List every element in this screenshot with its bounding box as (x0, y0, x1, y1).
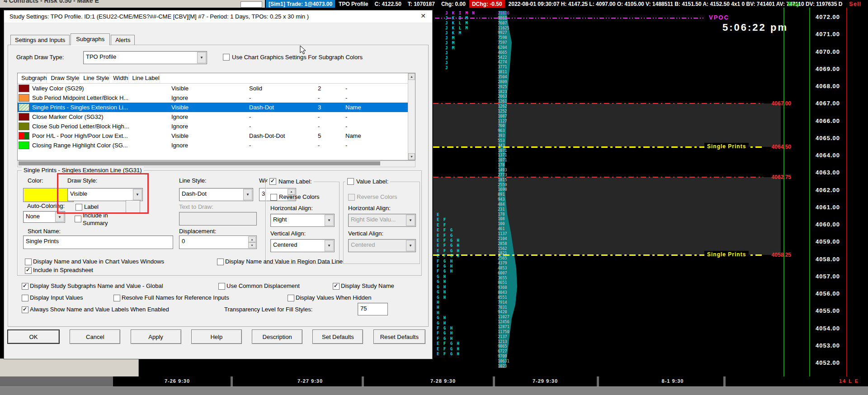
display-study-subgraphs-checkbox[interactable] (22, 283, 28, 290)
table-row[interactable]: Poor H/L - Poor High/Poor Low Ext... Vis… (18, 131, 415, 141)
scale-divider-line (846, 8, 847, 376)
chevron-down-icon[interactable]: ▼ (197, 52, 206, 63)
table-row[interactable]: Closing Range Highlight Color (SG... Ign… (18, 141, 415, 150)
volume-number: 178 (498, 163, 522, 168)
buy-button[interactable]: Buy (788, 0, 800, 7)
dialog-button[interactable]: Cancel (70, 329, 120, 344)
display-study-name-checkbox[interactable] (333, 283, 340, 290)
price-tick-label: 4056.00 (810, 290, 845, 297)
always-show-labels-checkbox[interactable] (22, 306, 28, 313)
volume-number: 484 (498, 202, 522, 207)
dialog-button[interactable]: Help (191, 329, 242, 344)
volume-number: 461 (498, 226, 522, 231)
display-region-data-checkbox[interactable] (217, 259, 224, 265)
vertical-scrollbar[interactable]: ▲ ▼ (408, 73, 415, 160)
quote-segment: C: 4122.50 (372, 0, 404, 8)
nl-reverse-colors-label: Reverse Colors (279, 193, 320, 200)
graph-draw-type-select[interactable]: TPO Profile ▼ (83, 51, 207, 64)
resolve-full-names-checkbox[interactable] (113, 295, 120, 301)
dialog-tab[interactable]: Settings and Inputs (10, 35, 70, 45)
time-axis-bar[interactable]: 7-26 9:307-27 9:307-28 9:307-29 9:308-1 … (0, 376, 868, 386)
volume-number: 1252 (498, 109, 522, 114)
short-name-input[interactable]: Single Prints (23, 235, 173, 249)
price-tick-label: 4058.00 (810, 256, 845, 263)
display-values-hidden-checkbox[interactable] (288, 295, 294, 301)
table-row[interactable]: Single Prints - Singles Extension Li... … (18, 103, 415, 112)
volume-number: 8551 (498, 295, 522, 300)
table-row[interactable]: Close Sub Period Letter/Block High... Ig… (18, 122, 415, 131)
volume-number: 760 (498, 123, 522, 128)
table-row[interactable]: Close Marker Color (SG32) Ignore - - - (18, 112, 415, 122)
dialog-titlebar[interactable]: Study Settings: TPO Profile. ID:1 (ESU22… (4, 10, 432, 23)
dialog-button[interactable]: OK (7, 329, 60, 344)
nl-reverse-colors-checkbox[interactable] (270, 194, 277, 201)
dialog-button[interactable]: Reset Defaults (373, 329, 425, 344)
always-show-labels-label: Always Show Name and Value Labels When E… (30, 306, 169, 313)
tpo-letter-row: E F G H (437, 243, 460, 248)
cell-line-style: - (245, 141, 314, 150)
subgraph-color-swatch (19, 113, 29, 121)
subgraph-color-swatch (19, 141, 29, 149)
scroll-up-icon[interactable]: ▲ (408, 73, 415, 80)
price-tick-label: 4061.00 (810, 204, 845, 211)
name-label-checkbox[interactable] (269, 178, 276, 185)
dialog-button[interactable]: Apply (131, 329, 181, 344)
value-label-checkbox[interactable] (347, 178, 354, 185)
spin-down-icon[interactable]: ▼ (248, 242, 256, 248)
tab-label: Alerts (115, 37, 130, 43)
use-chart-graphics-checkbox[interactable] (223, 54, 230, 61)
subgraph-color-swatch (19, 122, 29, 130)
volume-number: 943 (498, 197, 522, 202)
scroll-down-icon[interactable]: ▼ (408, 153, 415, 160)
volume-number: 6204 (498, 45, 522, 50)
single-prints-line-label: Single Prints (704, 251, 749, 258)
subgraph-color-swatch (19, 94, 29, 102)
volume-at-price-numbers: 2167698687607116259927759875976204466554… (498, 11, 522, 369)
horizontal-scrollbar[interactable] (17, 160, 415, 167)
close-icon[interactable]: ✕ (419, 12, 428, 20)
include-in-summary-checkbox[interactable] (75, 216, 81, 222)
table-row[interactable]: Valley Color (SG29) Visible Solid 2 - (18, 84, 415, 93)
nl-horizontal-align-select[interactable]: Right ▼ (270, 214, 335, 227)
display-input-values-label: Display Input Values (30, 294, 83, 301)
include-spreadsheet-checkbox[interactable] (25, 267, 32, 274)
volume-number: 1023 (498, 364, 522, 369)
display-chart-values-checkbox[interactable] (25, 259, 32, 265)
tpo-letter-row: F G H (437, 264, 460, 269)
dialog-button[interactable]: Set Defaults (312, 329, 363, 344)
dialog-tab[interactable]: Subgraphs (71, 33, 110, 45)
column-header[interactable]: Line Style (80, 73, 109, 83)
column-header[interactable]: Width (109, 73, 128, 83)
sell-button[interactable]: Sell (849, 0, 861, 7)
displacement-stepper[interactable]: 0 ▲▼ (179, 235, 257, 249)
column-header[interactable]: Subgraph (18, 73, 47, 83)
transparency-input[interactable]: 75 (358, 303, 388, 315)
dialog-button[interactable]: Description (252, 329, 302, 344)
line-style-select[interactable]: Dash-Dot ▼ (179, 188, 253, 201)
price-tick-label: 4060.00 (810, 221, 845, 228)
nl-vertical-align-select[interactable]: Centered ▼ (270, 239, 335, 252)
display-input-values-checkbox[interactable] (22, 295, 28, 301)
spin-up-icon[interactable]: ▲ (248, 236, 256, 242)
column-header[interactable]: Line Label (129, 73, 160, 83)
use-common-displacement-checkbox[interactable] (218, 283, 225, 290)
dialog-title: Study Settings: TPO Profile. ID:1 (ESU22… (9, 13, 309, 20)
cell-draw-style: Visible (168, 103, 245, 112)
chevron-down-icon[interactable]: ▼ (243, 189, 252, 200)
occluded-window-field (241, 1, 262, 8)
volume-number: 6727 (498, 349, 522, 354)
scrollbar-thumb[interactable] (19, 161, 380, 165)
subgraph-name: Single Prints - Singles Extension Li... (32, 103, 128, 112)
name-label-group: Name Label: Reverse Colors Horizontal Al… (265, 182, 340, 264)
volume-number: 9420 (498, 310, 522, 315)
vl-horizontal-align-value: Right Side Valu... (351, 216, 406, 223)
dialog-tab[interactable]: Alerts (111, 35, 135, 45)
tpo-letter-row: E F (437, 217, 460, 222)
vpoc-label: VPOC (709, 14, 729, 21)
chevron-down-icon[interactable]: ▼ (325, 215, 334, 226)
cell-width: 2 (314, 84, 342, 93)
table-row[interactable]: Sub Period Midpoint Letter/Block H... Ig… (18, 93, 415, 103)
chevron-down-icon[interactable]: ▼ (325, 240, 334, 251)
column-header[interactable]: Draw Style (47, 73, 80, 83)
volume-number: 178 (498, 212, 522, 217)
